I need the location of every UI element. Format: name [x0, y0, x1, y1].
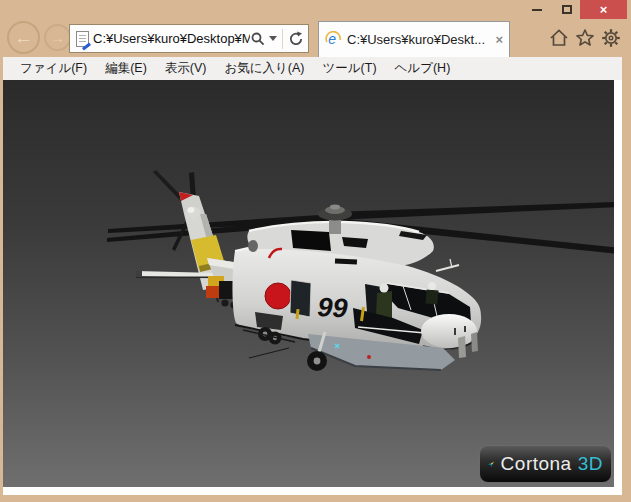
- forward-arrow-icon: →: [50, 29, 65, 46]
- close-button[interactable]: ×: [580, 0, 627, 19]
- browser-tab[interactable]: e C:¥Users¥kuro¥Deskt... ×: [318, 21, 510, 57]
- minimize-button[interactable]: [525, 0, 549, 19]
- internet-explorer-icon: e: [325, 31, 342, 48]
- pilot-helmet: [380, 284, 389, 293]
- tab-title: C:¥Users¥kuro¥Deskt...: [347, 32, 490, 47]
- page-content: 99: [3, 80, 622, 495]
- menu-favorites[interactable]: お気に入り(A): [215, 58, 313, 79]
- tail-rotor-hub: [186, 207, 201, 220]
- titlebar[interactable]: ×: [0, 0, 631, 19]
- search-icon[interactable]: [250, 31, 266, 47]
- menu-help[interactable]: ヘルプ(H): [386, 58, 460, 79]
- forward-button[interactable]: →: [44, 24, 71, 51]
- menu-edit[interactable]: 編集(E): [96, 58, 156, 79]
- engine-intake: [291, 230, 331, 251]
- helicopter-3d-model: 99: [3, 80, 614, 487]
- svg-text:e: e: [328, 31, 336, 47]
- cortona3d-star-icon: [488, 452, 495, 476]
- refresh-icon[interactable]: [288, 31, 304, 47]
- cabin-door-window: [290, 280, 311, 317]
- cortona-logo-3d: 3D: [578, 453, 603, 475]
- address-input[interactable]: C:¥Users¥kuro¥Desktop¥My: [93, 31, 250, 46]
- address-dropdown-icon[interactable]: [269, 36, 277, 41]
- menu-file[interactable]: ファイル(F): [11, 58, 96, 79]
- cortona-logo-text: Cortona: [501, 453, 572, 475]
- settings-gear-icon[interactable]: [600, 27, 622, 49]
- navigation-toolbar: ← → C:¥Users¥kuro¥Desktop¥My e: [0, 19, 631, 57]
- back-button[interactable]: ←: [7, 21, 40, 54]
- minimize-icon: [532, 9, 542, 11]
- menu-bar: ファイル(F) 編集(E) 表示(V) お気に入り(A) ツール(T) ヘルプ(…: [3, 57, 622, 80]
- maximize-button[interactable]: [555, 0, 579, 19]
- html-document-icon: [76, 31, 89, 47]
- close-icon: ×: [600, 2, 608, 17]
- hinomaru-roundel: [265, 283, 291, 309]
- home-icon[interactable]: [548, 27, 570, 49]
- 3d-viewport[interactable]: 99: [3, 80, 614, 487]
- tail-number: 99: [317, 292, 349, 324]
- browser-window: × ← → C:¥Users¥kuro¥Desktop¥My: [0, 0, 631, 502]
- tab-close-icon[interactable]: ×: [495, 33, 503, 46]
- favorites-star-icon[interactable]: [574, 27, 596, 49]
- maximize-icon: [562, 5, 572, 14]
- divider: [282, 29, 283, 49]
- cortona3d-logo[interactable]: Cortona3D: [479, 445, 612, 483]
- menu-tools[interactable]: ツール(T): [314, 58, 386, 79]
- address-bar[interactable]: C:¥Users¥kuro¥Desktop¥My: [69, 24, 309, 53]
- antennas: [436, 259, 459, 271]
- menu-view[interactable]: 表示(V): [156, 58, 216, 79]
- back-arrow-icon: ←: [14, 27, 33, 49]
